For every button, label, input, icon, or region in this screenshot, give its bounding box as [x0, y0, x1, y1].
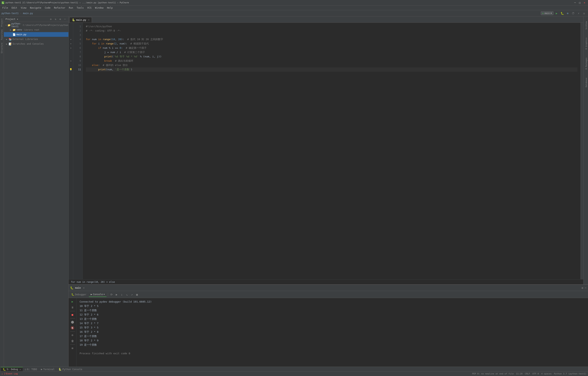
dbg-trash-btn[interactable]: 🗑 [70, 338, 75, 344]
code-line-11: print(num, '是一个质数') [86, 67, 577, 72]
status-hint[interactable]: PEP 8: no newline at end of file [472, 373, 514, 375]
tree-root[interactable]: ▾ 📁 python-test1 C:\Users\sff\PycharmPro… [4, 23, 68, 27]
menu-edit[interactable]: Edit [10, 6, 19, 10]
structure-vertical-tab[interactable]: Structure [0, 42, 3, 54]
file-breadcrumb[interactable]: main.py [23, 12, 33, 15]
line-num-7: 7 [73, 50, 83, 54]
debug-session-close[interactable]: ✕ [83, 286, 85, 289]
debug-icon: 🐛 [70, 286, 74, 289]
maximize-button[interactable]: □ [578, 1, 582, 4]
profile-button[interactable]: ⏱ [571, 11, 576, 16]
debug-evaluate-btn[interactable]: ▦ [135, 292, 139, 297]
coverage-button[interactable]: ⊕ [565, 11, 570, 16]
gutter-7 [69, 50, 73, 54]
debug-output-line-2: 11 是一个质数 [80, 308, 585, 313]
run-button[interactable]: ▶ [554, 11, 559, 16]
tree-venv[interactable]: ▶ 📁 venv library root [4, 27, 68, 32]
run-config-selector[interactable]: ▶ main ▼ [541, 11, 554, 15]
debug-output-line-5: 14 等于 2 * 7 [80, 321, 585, 325]
debug-resume-btn[interactable]: ▶ [114, 292, 119, 297]
menu-code[interactable]: Code [43, 6, 52, 10]
dbg-mute-btn[interactable]: 🔇 [70, 325, 75, 331]
status-position[interactable]: 11:28 [516, 373, 523, 375]
dbg-layout-btn[interactable]: ⊞ [70, 345, 75, 351]
gutter-4[interactable]: ▾ [69, 37, 73, 42]
menu-view[interactable]: View [19, 6, 28, 10]
dbg-resume-btn[interactable]: ▶ [70, 299, 75, 304]
menu-navigate[interactable]: Navigate [28, 6, 43, 10]
dbg-stop-btn[interactable]: ■ [70, 312, 75, 317]
bottom-tab-todo[interactable]: ☑ 6: TODO [23, 367, 39, 371]
menu-run[interactable]: Run [67, 6, 75, 10]
status-indent[interactable]: 4 spaces [541, 373, 552, 375]
gutter-5[interactable]: ▾ [69, 42, 73, 46]
debug-rerun-btn[interactable]: ⟳ [109, 292, 114, 297]
database-tab[interactable]: Database [584, 74, 588, 91]
debug-minimize-icon[interactable]: ─ [585, 286, 587, 289]
r-packages-tab[interactable]: R Packages [584, 54, 588, 73]
status-error[interactable]: ⚠ 2 Event Log [1, 373, 18, 375]
panel-expand-icon[interactable]: ⇅ [53, 17, 57, 21]
tree-root-label: python-test1 [11, 22, 21, 28]
menu-window[interactable]: Window [94, 6, 105, 10]
run-controls: ▶ main ▼ ▶ 🐛 ⊕ ⏱ ⚡ ■ [541, 11, 587, 16]
output-text-1: 10 等于 2 * 5 [80, 304, 98, 308]
editor-scrollbar[interactable] [581, 23, 583, 279]
close-button[interactable]: ✕ [583, 1, 587, 4]
editor-tab-mainpy[interactable]: 🐍 main.py ✕ [69, 17, 92, 22]
panel-close-icon[interactable]: ─ [63, 17, 67, 21]
r-graphics-tab[interactable]: R Graphics [584, 34, 588, 53]
gutter-area: ▾ ▾ ▾ ▾ 💡 [69, 23, 73, 279]
menu-tools[interactable]: Tools [75, 6, 85, 10]
bottom-tab-terminal[interactable]: ▶ Terminal [39, 367, 57, 371]
debug-stepinto-btn[interactable]: ↘ [124, 292, 129, 297]
debug-button[interactable]: 🐛 [560, 11, 565, 16]
code-area[interactable]: #!/usr/bin/python # -*- coding: UTF-8 -*… [83, 23, 581, 279]
bottom-tabs: 🐛 5: Debug ✕ ☑ 6: TODO ▶ Terminal 🐍 Pyth… [0, 367, 588, 371]
tree-scratches[interactable]: ▶ 📝 Scratches and Consoles [4, 42, 68, 46]
status-encoding[interactable]: UTF-8 [532, 373, 539, 375]
debug-output-line-10: 19 是一个质数 [80, 343, 585, 347]
bottom-tab-debug[interactable]: 🐛 5: Debug ✕ [1, 367, 23, 371]
minimize-button[interactable]: ─ [573, 1, 577, 4]
external-lib-icon: 📚 [9, 38, 12, 41]
line-num-9: 9 [73, 59, 83, 63]
debug-session-name: main [75, 286, 81, 289]
gutter-6[interactable]: ▾ [69, 46, 73, 50]
menu-file[interactable]: File [1, 6, 10, 10]
gutter-9[interactable]: ▾ [69, 59, 73, 63]
debug-stepover-btn[interactable]: ↓ [119, 292, 124, 297]
editor-content: ▾ ▾ ▾ ▾ 💡 1 2 3 [69, 23, 583, 279]
editor-area: 🐍 main.py ✕ ▾ ▾ [69, 16, 583, 284]
tree-root-path: C:\Users\sff\PycharmProjects\python- [23, 24, 68, 26]
sciview-tab[interactable]: SciView [584, 17, 588, 33]
panel-settings-icon[interactable]: ⚙ [49, 17, 53, 21]
debug-settings-icon[interactable]: ⚙ [582, 286, 583, 289]
menu-vcs[interactable]: VCS [86, 6, 93, 10]
dbg-breakpoints-btn[interactable]: ⬤ [70, 319, 75, 325]
dbg-settings-btn[interactable]: ⚙ [70, 332, 75, 338]
panel-gear-icon[interactable]: ⚙ [58, 17, 62, 21]
editor-breadcrumb: for num in range(10, 20) > else [69, 279, 583, 284]
output-text-12: Process finished with exit code 0 [80, 351, 130, 356]
debugger-tab[interactable]: 🐛 Debugger [69, 292, 88, 297]
console-tab[interactable]: ▶ Console ▼ [89, 292, 107, 297]
project-breadcrumb[interactable]: python-test1 [1, 12, 19, 15]
debug-tab-close[interactable]: ✕ [20, 368, 21, 371]
status-python-version[interactable]: Python 3.7 (python-test1) [554, 373, 587, 375]
menu-refactor[interactable]: Refactor [52, 6, 67, 10]
tab-close-icon[interactable]: ✕ [88, 19, 90, 21]
dbg-pause-btn[interactable]: ⏸ [70, 305, 75, 310]
window-title: python-test1 [C:\Users\sff\PycharmProjec… [5, 1, 129, 4]
debug-stepout-btn[interactable]: ↗ [129, 292, 134, 297]
project-vertical-tab[interactable]: Project [0, 17, 3, 28]
favorites-vertical-tab[interactable]: Favorites [0, 28, 3, 41]
menu-help[interactable]: Help [106, 6, 114, 10]
tree-external-libraries[interactable]: ▶ 📚 External Libraries [4, 37, 68, 42]
tree-mainpy[interactable]: ▶ 📄 main.py [4, 32, 68, 37]
bottom-tab-python-console[interactable]: 🐍 Python Console [56, 367, 84, 371]
status-crlf[interactable]: CRLF [525, 373, 530, 375]
concurrency-button[interactable]: ⚡ [576, 11, 581, 16]
debug-output-line-4: 13 是一个质数 [80, 317, 585, 321]
stop-button[interactable]: ■ [582, 11, 587, 16]
